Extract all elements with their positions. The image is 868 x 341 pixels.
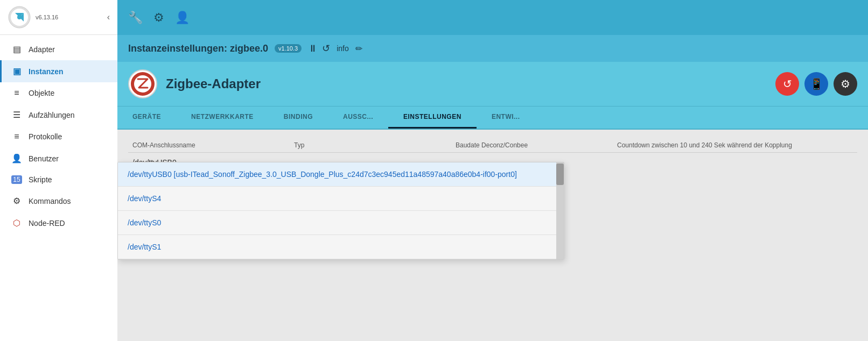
svg-point-2: [17, 15, 22, 19]
tab-netzwerkkarte[interactable]: NETZWERKKARTE: [176, 106, 269, 129]
sidebar-item-label-adapter: Adapter: [29, 45, 55, 54]
instance-header: Instanzeinstellungen: zigbee.0 v1.10.3 ⏸…: [117, 35, 868, 62]
sidebar-item-skripte[interactable]: 15 Skripte: [0, 169, 117, 190]
sidebar-item-label-objekte: Objekte: [29, 89, 54, 97]
top-toolbar: 🔧 ⚙ 👤: [117, 0, 868, 35]
sidebar-item-label-protokolle: Protokolle: [29, 132, 62, 141]
dropdown-scrollthumb[interactable]: [556, 164, 564, 185]
sidebar-item-label-aufzaehlungen: Aufzählungen: [29, 111, 75, 119]
sidebar-item-instanzen[interactable]: ▣ Instanzen: [0, 60, 117, 82]
dropdown-item-s0[interactable]: /dev/ttyS0: [118, 211, 564, 235]
col-header-countdown: Countdown zwischen 10 und 240 Sek währen…: [613, 141, 857, 149]
sidebar-item-adapter[interactable]: ▤ Adapter: [0, 38, 117, 60]
dropdown-item-s4[interactable]: /dev/ttyS4: [118, 187, 564, 211]
adapter-title: Zigbee-Adapter: [166, 76, 767, 91]
sidebar-item-benutzer[interactable]: 👤 Benutzer: [0, 147, 117, 169]
gear-icon[interactable]: ⚙: [153, 11, 164, 25]
col-header-baudate: Baudate Deconz/Conbee: [451, 141, 613, 149]
pause-button[interactable]: ⏸: [308, 43, 318, 54]
wrench-icon[interactable]: 🔧: [128, 11, 143, 25]
protokolle-icon: ≡: [11, 132, 22, 141]
sidebar-collapse-button[interactable]: ‹: [107, 12, 110, 22]
app-logo: [8, 5, 31, 29]
col-header-com: COM-Anschlussname: [128, 141, 290, 149]
refresh-button[interactable]: ↺: [322, 42, 330, 54]
col-header-typ: Typ: [290, 141, 451, 149]
instance-info-label: info: [337, 44, 349, 53]
adapter-refresh-button[interactable]: ↺: [775, 72, 799, 96]
adapter-mobile-button[interactable]: 📱: [804, 72, 828, 96]
instance-controls: ⏸ ↺: [308, 42, 330, 54]
tab-einstellungen[interactable]: EINSTELLUNGEN: [388, 106, 477, 129]
sidebar-item-aufzaehlungen[interactable]: ☰ Aufzählungen: [0, 104, 117, 126]
tab-entwi[interactable]: ENTWI...: [477, 106, 535, 129]
benutzer-icon: 👤: [11, 153, 22, 164]
sidebar-item-node-red[interactable]: ⬡ Node-RED: [0, 212, 117, 234]
skripte-icon: 15: [11, 175, 22, 184]
sidebar-header: v6.13.16 ‹: [0, 0, 117, 35]
dropdown-scrollbar[interactable]: [556, 162, 564, 259]
table-header: COM-Anschlussname Typ Baudate Deconz/Con…: [128, 138, 857, 153]
sidebar-item-label-kommandos: Kommandos: [29, 197, 71, 205]
sidebar-item-label-node-red: Node-RED: [29, 219, 65, 228]
sidebar-item-label-instanzen: Instanzen: [29, 67, 64, 76]
tab-aussc[interactable]: AUSSC...: [328, 106, 388, 129]
sidebar-item-label-skripte: Skripte: [29, 175, 52, 184]
dropdown-overlay: /dev/ttyUSB0 [usb-ITead_Sonoff_Zigbee_3.…: [117, 162, 564, 260]
sidebar-item-label-benutzer: Benutzer: [29, 154, 59, 163]
sidebar-item-kommandos[interactable]: ⚙ Kommandos: [0, 190, 117, 212]
instance-edit-button[interactable]: ✏: [355, 44, 362, 54]
instance-version: v1.10.3: [275, 44, 302, 53]
tabs-bar: GERÄTE NETZWERKKARTE BINDING AUSSC... EI…: [117, 106, 868, 130]
adapter-logo: [128, 69, 157, 98]
objekte-icon: ≡: [11, 88, 22, 98]
tab-binding[interactable]: BINDING: [269, 106, 328, 129]
dropdown-item-s1[interactable]: /dev/ttyS1: [118, 235, 564, 259]
kommandos-icon: ⚙: [11, 196, 22, 206]
tab-geraete[interactable]: GERÄTE: [117, 106, 176, 129]
adapter-card: Zigbee-Adapter ↺ 📱 ⚙: [117, 62, 868, 106]
aufzaehlungen-icon: ☰: [11, 110, 22, 120]
sidebar: v6.13.16 ‹ ▤ Adapter ▣ Instanzen ≡ Objek…: [0, 0, 117, 341]
sidebar-item-protokolle[interactable]: ≡ Protokolle: [0, 126, 117, 147]
adapter-actions: ↺ 📱 ⚙: [775, 72, 857, 96]
adapter-settings-button[interactable]: ⚙: [834, 72, 857, 96]
node-red-icon: ⬡: [11, 218, 22, 228]
user-icon[interactable]: 👤: [175, 11, 190, 25]
sidebar-nav: ▤ Adapter ▣ Instanzen ≡ Objekte ☰ Aufzäh…: [0, 35, 117, 341]
adapter-icon: ▤: [11, 44, 22, 54]
content-area: COM-Anschlussname Typ Baudate Deconz/Con…: [117, 130, 868, 341]
sidebar-item-objekte[interactable]: ≡ Objekte: [0, 82, 117, 104]
instance-title: Instanzeinstellungen: zigbee.0: [128, 43, 268, 54]
dropdown-item-usb0[interactable]: /dev/ttyUSB0 [usb-ITead_Sonoff_Zigbee_3.…: [118, 162, 564, 187]
instanzen-icon: ▣: [11, 66, 22, 76]
app-version: v6.13.16: [36, 14, 107, 20]
main-area: 🔧 ⚙ 👤 Instanzeinstellungen: zigbee.0 v1.…: [117, 0, 868, 341]
